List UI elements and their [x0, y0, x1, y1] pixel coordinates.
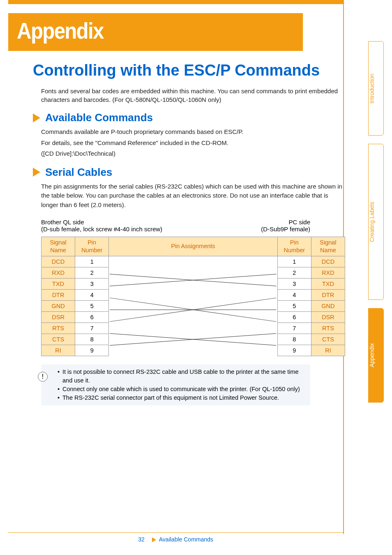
page-footer: 32 Available Commands: [8, 532, 343, 543]
top-strip: [8, 0, 343, 4]
note-line-3: •The RS-232C serial connector part of th…: [58, 394, 305, 402]
svg-line-1: [110, 274, 276, 286]
cell-signal-right: DTR: [311, 289, 345, 300]
cell-pin-left: 3: [75, 278, 109, 289]
available-commands-p3: ([CD Drive]:\Doc\Technical): [41, 149, 345, 159]
chapter-banner: Appendix: [8, 13, 303, 51]
cell-signal-right: DSR: [311, 311, 345, 322]
connector-right-labels: PC side (D-Sub9P female): [261, 219, 310, 233]
cell-signal-right: RXD: [311, 267, 345, 278]
cell-pin-left: 1: [75, 256, 109, 267]
section-serial-cables-title: Serial Cables: [45, 166, 112, 179]
cell-signal-left: TXD: [42, 278, 75, 289]
caution-icon: !: [38, 372, 48, 382]
pin-assignment-table: Signal Name Pin Number Pin Assignments P…: [41, 237, 345, 356]
cell-pin-left: 2: [75, 267, 109, 278]
caution-note-box: ! •It is not possible to connect RS-232C…: [41, 364, 310, 405]
svg-line-6: [110, 333, 276, 345]
side-tab-introduction[interactable]: Introduction: [368, 41, 384, 136]
svg-line-3: [110, 298, 276, 322]
cell-pin-right: 6: [277, 311, 311, 322]
th-pin-right: Pin Number: [277, 237, 311, 256]
chapter-banner-title: Appendix: [17, 18, 103, 44]
cell-signal-left: DTR: [42, 289, 75, 300]
svg-line-5: [110, 333, 276, 345]
cell-signal-left: RXD: [42, 267, 75, 278]
serial-cables-paragraph: The pin assignments for the serial cable…: [41, 182, 345, 210]
cell-signal-right: RTS: [311, 322, 345, 334]
cell-signal-left: RI: [42, 345, 75, 356]
th-pin-left: Pin Number: [75, 237, 109, 256]
page-title: Controlling with the ESC/P Commands: [33, 62, 343, 79]
svg-line-2: [110, 298, 276, 322]
th-assignments: Pin Assignments: [109, 237, 278, 256]
footer-section-name: Available Commands: [159, 536, 213, 543]
cell-signal-right: TXD: [311, 278, 345, 289]
cell-signal-right: RI: [311, 345, 345, 356]
cell-signal-left: GND: [42, 300, 75, 311]
cell-pin-right: 7: [277, 322, 311, 334]
th-signal-left: Signal Name: [42, 237, 75, 256]
cell-pin-left: 8: [75, 334, 109, 345]
cell-signal-right: DCD: [311, 256, 345, 267]
cell-pin-right: 1: [277, 256, 311, 267]
cell-signal-left: DSR: [42, 311, 75, 322]
cell-pin-right: 3: [277, 278, 311, 289]
cell-pin-left: 9: [75, 345, 109, 356]
footer-triangle-icon: [152, 537, 156, 542]
cell-pin-assignments-diagram: [109, 256, 278, 356]
connector-left-labels: Brother QL side (D-sub female, lock scre…: [41, 219, 162, 233]
heading-triangle-icon: [33, 113, 40, 122]
heading-triangle-icon: [33, 168, 40, 177]
cell-pin-left: 6: [75, 311, 109, 322]
side-tab-label: Introduction: [369, 73, 375, 103]
th-signal-right: Signal Name: [311, 237, 345, 256]
connector-labels-row: Brother QL side (D-sub female, lock scre…: [41, 219, 310, 233]
cell-signal-right: GND: [311, 300, 345, 311]
connector-right-sub: (D-Sub9P female): [261, 226, 310, 233]
main-content: Controlling with the ESC/P Commands Font…: [8, 58, 343, 405]
page-number: 32: [138, 536, 145, 543]
side-tab-appendix[interactable]: Appendix: [368, 308, 384, 403]
cell-signal-right: CTS: [311, 334, 345, 345]
cell-signal-left: DCD: [42, 256, 75, 267]
cell-pin-right: 5: [277, 300, 311, 311]
side-tab-creating-labels[interactable]: Creating Labels: [368, 144, 384, 300]
cell-pin-right: 4: [277, 289, 311, 300]
cell-pin-left: 4: [75, 289, 109, 300]
section-available-commands-title: Available Commands: [45, 111, 153, 124]
connector-left-title: Brother QL side: [41, 219, 162, 226]
connector-left-sub: (D-sub female, lock screw #4-40 inch scr…: [41, 226, 162, 233]
note-line-1: •It is not possible to connect RS-232C c…: [58, 368, 305, 385]
cell-pin-right: 9: [277, 345, 311, 356]
available-commands-p1: Commands available are P-touch proprieta…: [41, 127, 345, 137]
cell-pin-right: 2: [277, 267, 311, 278]
intro-paragraph: Fonts and several bar codes are embedded…: [41, 87, 341, 104]
cell-pin-left: 7: [75, 322, 109, 334]
cell-pin-left: 5: [75, 300, 109, 311]
section-available-commands-heading: Available Commands: [33, 111, 343, 124]
cell-signal-left: CTS: [42, 334, 75, 345]
side-tab-label: Creating Labels: [369, 202, 375, 242]
cell-pin-right: 8: [277, 334, 311, 345]
cell-signal-left: RTS: [42, 322, 75, 334]
svg-line-0: [110, 274, 276, 286]
side-tab-label: Appendix: [369, 343, 375, 367]
table-row: DCD11DCD: [42, 256, 345, 267]
note-line-2: •Connect only one cable which is used to…: [58, 385, 305, 394]
section-serial-cables-heading: Serial Cables: [33, 166, 343, 179]
available-commands-p2: For details, see the "Command Reference"…: [41, 138, 345, 148]
connector-right-title: PC side: [261, 219, 310, 226]
